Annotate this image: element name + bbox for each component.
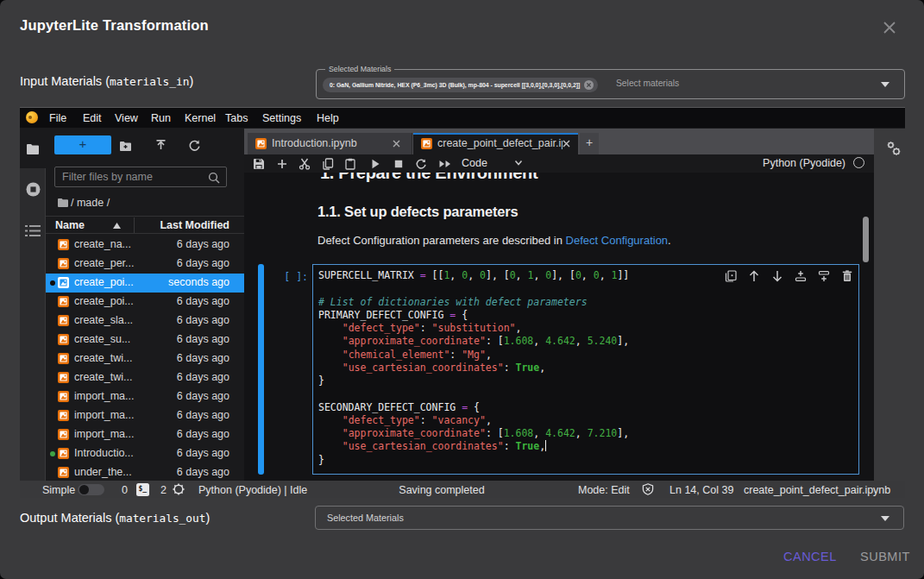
kernels-count[interactable]: 2 <box>160 484 167 496</box>
kernel-name[interactable]: Python (Pyodide) <box>763 157 845 169</box>
file-row[interactable]: create_twi...6 days ago <box>46 349 244 368</box>
menu-kernel[interactable]: Kernel <box>185 111 216 125</box>
cancel-button[interactable]: CANCEL <box>783 550 837 563</box>
menu-file[interactable]: File <box>49 111 66 125</box>
selected-materials-legend: Selected Materials <box>325 65 394 74</box>
copy-icon[interactable] <box>322 158 334 170</box>
save-icon[interactable] <box>253 158 265 170</box>
menu-view[interactable]: View <box>115 111 138 125</box>
kernel-status-icon[interactable] <box>853 157 864 168</box>
tab-close-icon[interactable] <box>562 139 571 148</box>
notebook-content: 1. Prepare the Environment 1.1. Set up d… <box>244 173 874 481</box>
stop-icon[interactable] <box>393 158 405 170</box>
file-row[interactable]: create_poi...seconds ago <box>46 274 244 293</box>
file-name: create_sla... <box>74 314 133 326</box>
tab-create-point-defect-pair[interactable]: create_point_defect_pair.ip <box>413 133 578 154</box>
tab-close-icon[interactable] <box>392 139 401 148</box>
notebook-file-icon <box>58 391 69 402</box>
file-modified-time: seconds ago <box>168 276 229 288</box>
notebook-file-icon <box>58 334 69 345</box>
input-materials-select[interactable]: Selected Materials 0: GaN, Gallium Nitri… <box>316 69 905 99</box>
file-row[interactable]: create_twi...6 days ago <box>46 368 244 387</box>
file-row[interactable]: create_poi...6 days ago <box>46 293 244 312</box>
move-cell-up-icon[interactable] <box>748 270 760 282</box>
simple-mode-toggle[interactable] <box>78 484 104 495</box>
new-launcher-button[interactable]: + <box>54 135 111 154</box>
dialog-close-icon[interactable] <box>882 20 897 35</box>
terminals-count[interactable]: 0 <box>122 484 128 496</box>
mode-indicator: Mode: Edit <box>578 484 630 496</box>
file-row[interactable]: import_ma...6 days ago <box>46 387 244 406</box>
cursor-position[interactable]: Ln 14, Col 39 <box>669 484 733 496</box>
activity-bar <box>20 129 46 481</box>
menu-settings[interactable]: Settings <box>262 111 301 125</box>
insert-cell-above-icon[interactable] <box>795 270 807 282</box>
file-modified-time: 6 days ago <box>177 466 229 478</box>
notebook-scrollbar-thumb[interactable] <box>863 217 870 262</box>
code-cell: [ ]: SUPERCELL_MATRIX = [[1, 0, 0], [0, … <box>258 264 860 475</box>
refresh-icon[interactable] <box>188 139 201 152</box>
dropdown-caret-icon[interactable] <box>881 82 889 87</box>
menu-help[interactable]: Help <box>317 111 339 125</box>
file-row[interactable]: under_the...6 days ago <box>46 463 244 481</box>
file-row[interactable]: create_per...6 days ago <box>46 255 244 274</box>
output-materials-select[interactable]: Selected Materials <box>315 506 904 530</box>
breadcrumb-home-icon[interactable] <box>57 198 69 208</box>
upload-icon[interactable] <box>154 139 167 152</box>
insert-cell-below-icon[interactable] <box>818 270 830 282</box>
file-name: create_na... <box>74 238 131 250</box>
cut-icon[interactable] <box>299 158 311 170</box>
notebook-heading-1: 1. Prepare the Environment <box>320 173 537 183</box>
file-list-header: Name Last Modified <box>46 216 244 234</box>
output-materials-label: Output Materials (materials_out) <box>20 511 210 525</box>
menu-tabs[interactable]: Tabs <box>225 111 248 125</box>
insert-cell-icon[interactable] <box>276 158 288 170</box>
duplicate-cell-icon[interactable] <box>725 270 737 282</box>
file-row[interactable]: create_na...6 days ago <box>46 236 244 255</box>
file-name: under_the... <box>74 466 132 478</box>
paste-icon[interactable] <box>344 158 356 170</box>
file-browser-icon[interactable] <box>26 143 40 155</box>
menu-run[interactable]: Run <box>151 111 171 125</box>
cell-collapser[interactable] <box>258 264 264 475</box>
file-modified-time: 6 days ago <box>177 352 229 364</box>
defect-configuration-link[interactable]: Defect Configuration <box>566 234 669 247</box>
tab-introduction[interactable]: Introduction.ipynb <box>248 133 412 154</box>
notebook-paragraph: Defect Configuration parameters are desc… <box>317 234 671 247</box>
chevron-down-icon <box>514 160 523 167</box>
sort-ascending-icon[interactable] <box>113 223 121 229</box>
cell-type-select[interactable]: Code <box>462 157 487 169</box>
run-icon[interactable] <box>369 158 381 170</box>
file-row[interactable]: Introductio...6 days ago <box>46 444 244 463</box>
file-row[interactable]: create_su...6 days ago <box>46 330 244 349</box>
trust-shield-icon[interactable] <box>642 483 654 495</box>
chip-remove-icon[interactable] <box>584 80 594 90</box>
kernel-status-text[interactable]: Python (Pyodide) | Idle <box>198 484 307 496</box>
output-select-label: Selected Materials <box>327 513 404 523</box>
column-header-modified[interactable]: Last Modified <box>160 219 229 231</box>
jupyterlite-app: FileEditViewRunKernelTabsSettingsHelp <box>20 107 905 498</box>
material-chip[interactable]: 0: GaN, Gallium Nitride, HEX (P6_3mc) 3D… <box>323 78 598 92</box>
cell-editor[interactable]: SUPERCELL_MATRIX = [[1, 0, 0], [0, 1, 0]… <box>312 264 859 475</box>
filter-files-input[interactable] <box>62 169 200 185</box>
breadcrumb[interactable]: / made / <box>71 197 110 209</box>
restart-run-all-icon[interactable] <box>438 158 450 170</box>
table-of-contents-icon[interactable] <box>25 224 41 238</box>
file-row[interactable]: import_ma...6 days ago <box>46 425 244 444</box>
file-row[interactable]: import_ma...6 days ago <box>46 406 244 425</box>
submit-button[interactable]: SUBMIT <box>860 550 910 563</box>
running-sessions-icon[interactable] <box>26 182 41 197</box>
menu-edit[interactable]: Edit <box>83 111 102 125</box>
file-row[interactable]: create_sla...6 days ago <box>46 312 244 330</box>
new-folder-icon[interactable] <box>119 141 132 152</box>
new-tab-button[interactable]: + <box>580 133 599 154</box>
file-name: import_ma... <box>74 409 134 421</box>
column-header-name[interactable]: Name <box>55 219 85 231</box>
settings-gears-icon[interactable] <box>885 140 902 157</box>
delete-cell-icon[interactable] <box>841 270 853 282</box>
move-cell-down-icon[interactable] <box>771 270 783 282</box>
file-modified-time: 6 days ago <box>177 428 229 440</box>
notebook-file-icon <box>58 372 69 383</box>
notebook-file-icon <box>58 410 69 421</box>
restart-kernel-icon[interactable] <box>415 158 427 170</box>
